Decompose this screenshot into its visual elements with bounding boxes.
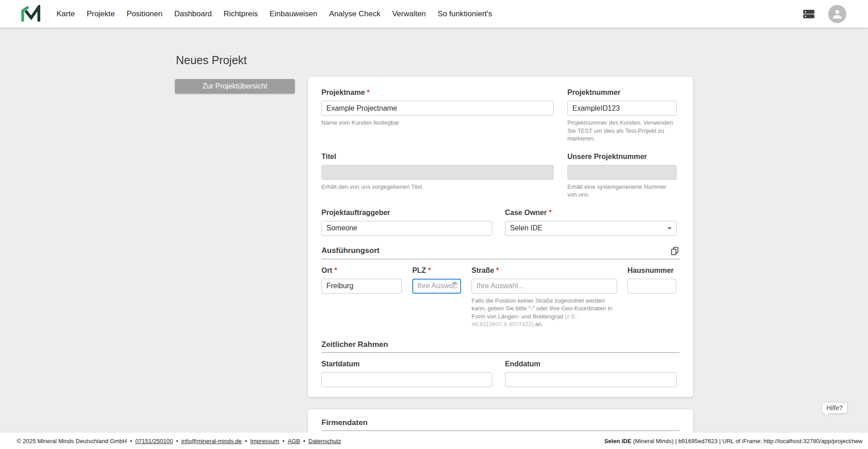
- strasse-helper: Falls die Position keiner Straße zugeord…: [472, 297, 617, 328]
- field-startdatum: Startdatum: [321, 360, 492, 387]
- section-divider: [321, 352, 679, 353]
- field-strasse: Straße: [472, 267, 617, 294]
- page-footer: © 2025 Mineral Minds Deutschland GmbH 07…: [0, 433, 868, 449]
- nav-item-positionen[interactable]: Positionen: [121, 6, 168, 22]
- case-owner-select[interactable]: Selen IDE: [505, 221, 677, 236]
- section-divider: [321, 430, 679, 431]
- footer-link-datenschutz[interactable]: Datenschutz: [300, 438, 341, 444]
- user-avatar[interactable]: [828, 5, 846, 23]
- startdatum-label: Startdatum: [321, 360, 492, 368]
- nav-item-verwalten[interactable]: Verwalten: [386, 6, 432, 22]
- nav-item-analyse-check[interactable]: Analyse Check: [323, 6, 386, 22]
- case-owner-value: Selen IDE: [510, 224, 542, 232]
- main-content: Neues Projekt Zur Projektübersicht Proje…: [175, 54, 693, 449]
- field-projektname: Projektname Name vom Kunden festlegbar: [321, 89, 554, 143]
- top-navbar: Karte Projekte Positionen Dashboard Rich…: [0, 0, 868, 28]
- nav-item-einbauweisen[interactable]: Einbauweisen: [264, 6, 323, 22]
- strasse-input[interactable]: [472, 279, 617, 294]
- zeitlicher-rahmen-title: Zeitlicher Rahmen: [321, 340, 388, 349]
- field-plz: PLZ: [412, 267, 461, 294]
- enddatum-input[interactable]: [505, 372, 677, 387]
- footer-link-phone[interactable]: 07151/250100: [127, 438, 173, 444]
- projektname-input[interactable]: [321, 101, 554, 116]
- nav-item-projekte[interactable]: Projekte: [81, 6, 121, 22]
- hausnummer-input[interactable]: [627, 279, 676, 294]
- enddatum-label: Enddatum: [505, 360, 677, 368]
- main-nav: Karte Projekte Positionen Dashboard Rich…: [51, 6, 498, 22]
- projektnummer-input[interactable]: [567, 101, 677, 116]
- ausfuehrungsort-title: Ausführungsort: [321, 246, 379, 255]
- page-title: Neues Projekt: [176, 54, 693, 67]
- nav-item-karte[interactable]: Karte: [51, 6, 81, 22]
- person-icon: [831, 8, 844, 20]
- footer-link-impressum[interactable]: Impressum: [242, 438, 279, 444]
- copy-icon[interactable]: [670, 246, 679, 256]
- nav-item-richtpreis[interactable]: Richtpreis: [218, 6, 264, 22]
- session-user: Selen IDE: [604, 438, 632, 444]
- case-owner-label: Case Owner: [505, 209, 677, 217]
- projektnummer-helper: Projektnummer des Kunden. Verwenden Sie …: [567, 119, 677, 143]
- ort-label: Ort: [321, 267, 402, 275]
- mineral-minds-logo[interactable]: [20, 5, 40, 23]
- footer-links: © 2025 Mineral Minds Deutschland GmbH 07…: [17, 438, 341, 444]
- chevron-down-icon: [667, 227, 672, 229]
- strasse-label: Straße: [472, 267, 617, 275]
- projektnummer-label: Projektnummer: [567, 89, 677, 97]
- unsere-projektnummer-input: [567, 165, 677, 180]
- nav-item-so-funktionierts[interactable]: So funktioniert's: [432, 6, 498, 22]
- field-case-owner: Case Owner Selen IDE: [505, 209, 677, 236]
- unsere-projektnummer-label: Unsere Projektnummer: [567, 153, 677, 161]
- nav-item-dashboard[interactable]: Dashboard: [168, 6, 217, 22]
- titel-label: Titel: [321, 153, 554, 161]
- startdatum-input[interactable]: [321, 372, 492, 387]
- field-projektnummer: Projektnummer Projektnummer des Kunden. …: [567, 89, 677, 143]
- field-enddatum: Enddatum: [505, 360, 677, 387]
- projektname-label: Projektname: [321, 89, 554, 97]
- field-hausnummer: Hausnummer: [627, 267, 676, 294]
- session-info: Selen IDE (Mineral Minds) | b91695ed7623…: [604, 438, 863, 444]
- section-zeitlicher-rahmen: Zeitlicher Rahmen: [321, 340, 679, 349]
- footer-link-agb[interactable]: AGB: [279, 438, 300, 444]
- session-details: (Mineral Minds) | b91695ed7623 | URL of …: [632, 438, 863, 444]
- footer-link-email[interactable]: info@mineral-minds.de: [173, 438, 241, 444]
- field-titel: Titel Erhält den von uns vorgegebenen Ti…: [321, 153, 554, 199]
- titel-input: [321, 165, 554, 180]
- plz-label: PLZ: [412, 267, 461, 275]
- section-ausfuehrungsort: Ausführungsort: [321, 246, 679, 256]
- project-form-card: Projektname Name vom Kunden festlegbar P…: [308, 77, 693, 397]
- hausnummer-label: Hausnummer: [627, 267, 676, 275]
- server-icon[interactable]: [801, 7, 816, 21]
- section-divider: [321, 259, 679, 259]
- ort-input[interactable]: [321, 279, 402, 294]
- field-projektauftraggeber: Projektauftraggeber: [321, 209, 492, 236]
- field-ort: Ort: [321, 267, 402, 294]
- help-button[interactable]: Hilfe?: [821, 402, 848, 414]
- firmendaten-title: Firmendaten: [321, 418, 679, 427]
- titel-helper: Erhält den von uns vorgegebenen Titel.: [321, 183, 554, 191]
- projektauftraggeber-label: Projektauftraggeber: [321, 209, 492, 217]
- projektname-helper: Name vom Kunden festlegbar: [321, 119, 554, 127]
- back-to-projects-button[interactable]: Zur Projektübersicht: [175, 79, 295, 94]
- copyright-text: © 2025 Mineral Minds Deutschland GmbH: [17, 438, 127, 444]
- field-unsere-projektnummer: Unsere Projektnummer Erhält eine systemg…: [567, 153, 677, 199]
- navbar-right: [801, 5, 846, 23]
- unsere-projektnummer-helper: Erhält eine systemgenerierte Nummer von …: [567, 183, 677, 199]
- projektauftraggeber-input[interactable]: [321, 221, 492, 236]
